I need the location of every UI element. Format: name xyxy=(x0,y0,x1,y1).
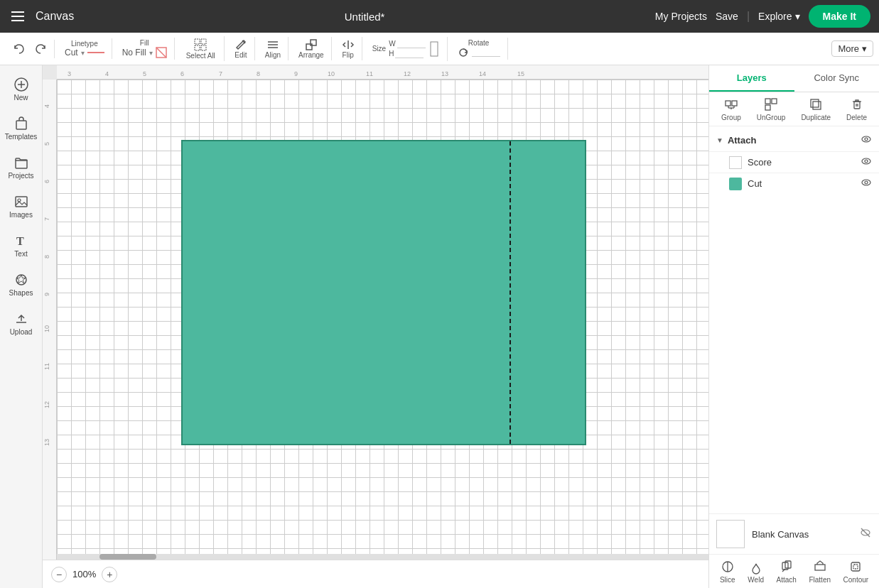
svg-rect-28 xyxy=(765,99,770,104)
tab-color-sync[interactable]: Color Sync xyxy=(794,65,880,92)
scroll-bar-horizontal[interactable] xyxy=(57,554,708,560)
scroll-thumb-horizontal[interactable] xyxy=(99,554,156,560)
zoom-out-button[interactable]: − xyxy=(51,567,67,582)
teal-shape[interactable] xyxy=(181,140,586,445)
make-it-button[interactable]: Make It xyxy=(809,5,870,28)
layer-group-visibility[interactable] xyxy=(861,134,872,147)
rotate-group: Rotate xyxy=(451,38,508,60)
svg-rect-29 xyxy=(772,99,777,104)
svg-point-36 xyxy=(862,136,870,142)
select-all-group: Select All xyxy=(178,36,225,61)
fill-selector[interactable]: Fill No Fill ▾ xyxy=(119,38,170,60)
nav-right: My Projects Save | Explore ▾ Make It xyxy=(655,5,870,28)
slice-tool[interactable]: Slice xyxy=(720,559,735,584)
zoom-in-button[interactable]: + xyxy=(102,567,117,582)
rotate-input[interactable] xyxy=(472,48,500,57)
svg-point-38 xyxy=(862,158,870,164)
chevron-down-icon: ▾ xyxy=(862,43,867,54)
sidebar-item-text[interactable]: T Text xyxy=(0,227,42,263)
sidebar-item-new[interactable]: New xyxy=(0,71,42,107)
contour-tool[interactable]: Contour xyxy=(843,559,869,584)
sidebar-item-templates[interactable]: Templates xyxy=(0,110,42,146)
width-input[interactable] xyxy=(397,40,426,48)
chevron-down-icon: ▾ xyxy=(795,11,800,22)
toolbar: Linetype Cut ▾ Fill No Fill ▾ Select All xyxy=(0,33,879,65)
svg-rect-11 xyxy=(311,40,316,45)
flatten-tool[interactable]: Flatten xyxy=(809,559,831,584)
attach-tool[interactable]: Attach xyxy=(777,559,797,584)
blank-canvas-visibility-icon[interactable] xyxy=(859,526,872,542)
svg-rect-18 xyxy=(16,197,27,207)
svg-rect-32 xyxy=(811,99,819,107)
align-button[interactable]: Align xyxy=(262,37,284,60)
svg-rect-6 xyxy=(201,45,206,50)
page-title: Untitled* xyxy=(82,11,647,23)
svg-rect-48 xyxy=(815,565,825,570)
sidebar-item-projects[interactable]: Projects xyxy=(0,149,42,185)
svg-line-2 xyxy=(156,48,166,58)
redo-button[interactable] xyxy=(31,40,50,58)
ruler-left: 4 5 6 7 8 9 10 11 12 13 xyxy=(43,80,57,588)
weld-tool[interactable]: Weld xyxy=(748,559,764,584)
sidebar-item-upload[interactable]: Upload xyxy=(0,305,42,342)
left-sidebar: New Templates Projects Images T Text Sha… xyxy=(0,65,43,588)
layer-cut-visibility[interactable] xyxy=(861,177,872,190)
tab-layers[interactable]: Layers xyxy=(709,65,794,92)
svg-rect-30 xyxy=(765,105,770,110)
zoom-value: 100% xyxy=(72,569,96,579)
canvas-area[interactable]: 3 4 5 6 7 8 9 10 11 12 13 14 15 4 5 6 7 xyxy=(43,65,708,588)
blank-canvas-thumbnail xyxy=(716,520,745,548)
app-title: Canvas xyxy=(36,10,74,23)
linetype-selector[interactable]: Linetype Cut ▾ xyxy=(62,38,107,59)
edit-button[interactable]: Edit xyxy=(232,37,250,60)
svg-point-37 xyxy=(865,138,868,141)
undo-button[interactable] xyxy=(10,40,28,58)
select-all-button[interactable]: Select All xyxy=(182,36,220,61)
layer-score-visibility[interactable] xyxy=(861,156,872,169)
svg-rect-49 xyxy=(851,562,860,571)
flip-button[interactable]: Flip xyxy=(339,37,357,60)
more-group: More ▾ xyxy=(831,40,873,57)
ungroup-tool[interactable]: UnGroup xyxy=(757,97,786,121)
my-projects-button[interactable]: My Projects xyxy=(655,11,707,22)
size-controls: Size W H xyxy=(370,37,443,61)
fill-group: Fill No Fill ▾ xyxy=(115,38,175,60)
svg-rect-31 xyxy=(813,102,821,109)
hamburger-menu[interactable] xyxy=(9,9,27,24)
delete-tool[interactable]: Delete xyxy=(846,97,867,121)
align-group: Align xyxy=(258,37,288,60)
save-button[interactable]: Save xyxy=(716,11,738,22)
panel-tabs: Layers Color Sync xyxy=(709,65,879,92)
sidebar-item-shapes[interactable]: Shapes xyxy=(0,266,42,303)
sidebar-item-images[interactable]: Images xyxy=(0,188,42,224)
layer-row-score[interactable]: Score xyxy=(709,151,879,173)
layer-group-attach[interactable]: ▼ Attach xyxy=(709,129,879,151)
group-tool[interactable]: Group xyxy=(721,97,741,121)
svg-point-40 xyxy=(862,180,870,185)
dashed-center-line xyxy=(509,141,511,444)
linetype-group: Linetype Cut ▾ xyxy=(58,38,112,59)
more-button[interactable]: More ▾ xyxy=(831,40,873,57)
collapse-icon: ▼ xyxy=(716,136,723,144)
main-layout: New Templates Projects Images T Text Sha… xyxy=(0,65,879,588)
svg-rect-22 xyxy=(726,101,730,106)
canvas-content[interactable] xyxy=(57,80,708,560)
arrange-button[interactable]: Arrange xyxy=(296,37,327,60)
layer-color-cut xyxy=(729,178,742,190)
svg-rect-17 xyxy=(16,121,26,129)
svg-rect-10 xyxy=(306,44,312,50)
layer-color-score xyxy=(729,156,742,169)
explore-button[interactable]: Explore ▾ xyxy=(758,11,799,22)
svg-rect-4 xyxy=(201,39,206,44)
rotate-control[interactable]: Rotate xyxy=(455,38,503,60)
panel-bottom-tools: Slice Weld Attach Flatten Contour xyxy=(709,554,879,588)
height-input[interactable] xyxy=(395,50,424,58)
edit-group: Edit xyxy=(227,37,255,60)
grid-background xyxy=(57,80,708,560)
arrange-group: Arrange xyxy=(291,37,332,60)
blank-canvas-row: Blank Canvas xyxy=(709,513,879,554)
duplicate-tool[interactable]: Duplicate xyxy=(801,97,831,121)
zoom-bar: − 100% + xyxy=(43,560,708,588)
layer-row-cut[interactable]: Cut xyxy=(709,173,879,194)
svg-point-39 xyxy=(865,160,868,163)
